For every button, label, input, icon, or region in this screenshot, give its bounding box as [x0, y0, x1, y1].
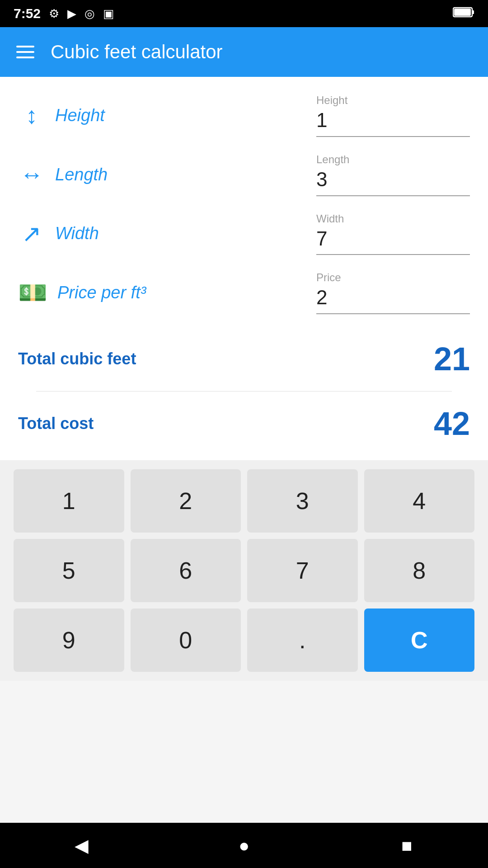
key-2-button[interactable]: 2	[131, 469, 241, 533]
circle-status-icon: ◎	[84, 7, 95, 21]
height-arrow-icon	[18, 102, 45, 129]
menu-button[interactable]	[16, 46, 34, 58]
key-7-button[interactable]: 7	[247, 539, 358, 602]
battery-icon	[453, 6, 474, 22]
length-field-container[interactable]: Length 3	[316, 153, 470, 196]
key-9-button[interactable]: 9	[14, 609, 124, 672]
status-bar: 7:52 ⚙ ▶ ◎ ▣	[0, 0, 488, 27]
height-field-label: Height	[316, 94, 347, 107]
price-row: Price per ft³ Price 2	[18, 263, 470, 322]
price-field-label: Price	[316, 271, 341, 284]
keypad-row-1: 1 2 3 4	[14, 469, 474, 533]
cubic-feet-row: Total cubic feet 21	[18, 336, 470, 382]
cubic-feet-value: 21	[434, 340, 470, 377]
key-1-button[interactable]: 1	[14, 469, 124, 533]
price-field-value: 2	[316, 286, 470, 314]
nav-home-button[interactable]	[230, 832, 258, 859]
length-field-value: 3	[316, 168, 470, 196]
svg-rect-1	[472, 10, 474, 14]
nav-bar	[0, 823, 488, 868]
height-field-value: 1	[316, 108, 470, 137]
key-clear-button[interactable]: C	[364, 609, 475, 672]
bottom-spacer	[0, 681, 488, 823]
key-8-button[interactable]: 8	[364, 539, 475, 602]
keypad-row-2: 5 6 7 8	[14, 539, 474, 602]
width-field-label: Width	[316, 212, 344, 225]
results-section: Total cubic feet 21 Total cost 42	[0, 322, 488, 460]
length-field-label: Length	[316, 153, 349, 166]
width-arrow-icon	[18, 220, 45, 247]
price-field-container[interactable]: Price 2	[316, 271, 470, 314]
total-cost-label: Total cost	[18, 414, 94, 433]
width-field-container[interactable]: Width 7	[316, 212, 470, 255]
key-4-button[interactable]: 4	[364, 469, 475, 533]
card-status-icon: ▣	[103, 7, 114, 21]
total-cost-value: 42	[434, 405, 470, 442]
keypad: 1 2 3 4 5 6 7 8 9 0 . C	[0, 460, 488, 681]
total-cost-row: Total cost 42	[18, 401, 470, 447]
key-5-button[interactable]: 5	[14, 539, 124, 602]
nav-back-button[interactable]	[68, 832, 95, 859]
width-label-container: Width	[18, 220, 154, 247]
main-content: Height Height 1 Length Length 3 Width	[0, 77, 488, 823]
keypad-row-3: 9 0 . C	[14, 609, 474, 672]
width-field-value: 7	[316, 227, 470, 255]
height-field-container[interactable]: Height 1	[316, 94, 470, 137]
app-title: Cubic feet calculator	[51, 41, 223, 63]
width-row: Width Width 7	[18, 204, 470, 264]
price-label: Price per ft³	[57, 283, 146, 302]
app-bar: Cubic feet calculator	[0, 27, 488, 77]
play-status-icon: ▶	[67, 7, 76, 21]
length-label: Length	[55, 165, 108, 184]
height-label: Height	[55, 106, 105, 125]
price-label-container: Price per ft³	[18, 279, 154, 307]
height-label-container: Height	[18, 102, 154, 129]
length-row: Length Length 3	[18, 145, 470, 204]
height-row: Height Height 1	[18, 86, 470, 145]
settings-status-icon: ⚙	[49, 7, 59, 21]
key-3-button[interactable]: 3	[247, 469, 358, 533]
status-left: 7:52 ⚙ ▶ ◎ ▣	[14, 6, 114, 21]
key-dot-button[interactable]: .	[247, 609, 358, 672]
price-money-icon	[18, 279, 47, 307]
key-6-button[interactable]: 6	[131, 539, 241, 602]
svg-rect-2	[454, 9, 471, 16]
key-0-button[interactable]: 0	[131, 609, 241, 672]
length-label-container: Length	[18, 161, 154, 188]
status-time: 7:52	[14, 6, 41, 21]
nav-recent-button[interactable]	[393, 832, 420, 859]
cubic-feet-label: Total cubic feet	[18, 349, 136, 368]
length-arrow-icon	[18, 161, 45, 188]
width-label: Width	[55, 224, 99, 243]
results-divider	[36, 391, 452, 392]
input-section: Height Height 1 Length Length 3 Width	[0, 77, 488, 322]
